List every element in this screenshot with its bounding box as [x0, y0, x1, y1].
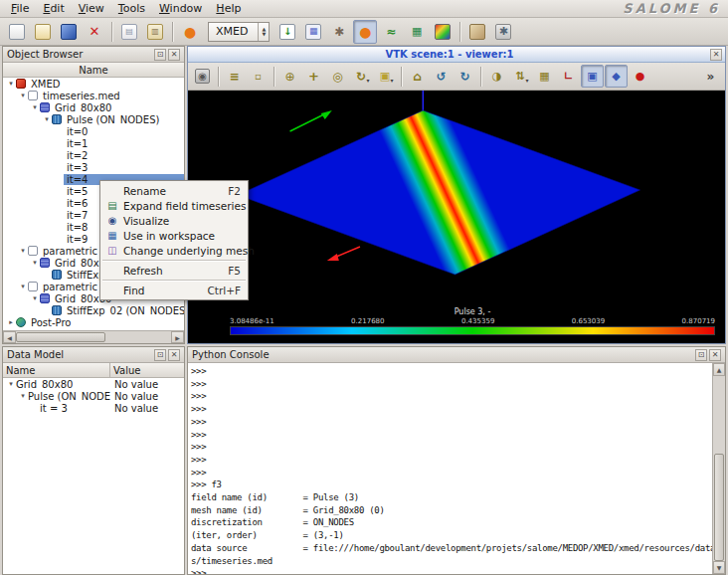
- rotate-cw-button[interactable]: ↻: [454, 65, 476, 88]
- close-viewer-icon[interactable]: ✕: [710, 49, 722, 61]
- tree-item[interactable]: it=1: [3, 137, 184, 149]
- more-button[interactable]: »: [699, 65, 722, 88]
- gear-button[interactable]: ✱: [491, 20, 515, 44]
- tree-item[interactable]: StiffExp_02 (ON_NODES): [3, 304, 184, 316]
- hscroll-track[interactable]: [16, 331, 171, 343]
- vscroll-track[interactable]: [713, 376, 725, 561]
- chevron-down-icon[interactable]: ▾: [525, 77, 528, 87]
- pan-button[interactable]: +: [302, 65, 325, 88]
- menu-view[interactable]: View: [72, 1, 111, 16]
- reset-view-button[interactable]: ⌂: [406, 65, 429, 88]
- python-console-text[interactable]: >>> >>> >>> >>> >>> >>> >>> >>> >>> >>> …: [188, 363, 712, 574]
- scroll-left-icon[interactable]: ◀: [3, 331, 16, 343]
- datatable-button[interactable]: ▦: [405, 20, 429, 44]
- menu-item-visualize[interactable]: ◉Visualize: [100, 213, 248, 228]
- menu-window[interactable]: Window: [152, 1, 209, 16]
- vtk-viewer-titlebar[interactable]: VTK scene:1 - viewer:1 ✕: [188, 47, 725, 63]
- scroll-down-icon[interactable]: ▼: [713, 561, 725, 574]
- tree-toggle-icon[interactable]: ▾: [30, 103, 40, 111]
- presentation-button[interactable]: ◆: [605, 65, 628, 88]
- paste-button[interactable]: ▥: [143, 20, 167, 44]
- tree-toggle-icon[interactable]: ▾: [18, 247, 28, 255]
- tree-toggle-icon[interactable]: ▾: [6, 380, 16, 388]
- tree-item[interactable]: ▾XMED: [3, 78, 184, 90]
- table-row[interactable]: ▾Pulse (ON_NODES)No value: [3, 390, 184, 402]
- save-workspace-button[interactable]: ▦: [301, 20, 325, 44]
- scaling-button[interactable]: ⇅▾: [509, 65, 532, 88]
- copy-button[interactable]: ▤: [117, 20, 141, 44]
- zoom-button[interactable]: ⊕: [278, 65, 301, 88]
- record-button[interactable]: ●: [629, 65, 651, 88]
- tools-button[interactable]: ✱: [327, 20, 351, 44]
- menu-tools[interactable]: Tools: [111, 1, 152, 16]
- chevron-down-icon[interactable]: ▾: [366, 77, 369, 87]
- new-document-button[interactable]: [5, 20, 29, 44]
- menu-item-use-in-workspace[interactable]: ▦Use in workspace: [100, 228, 248, 243]
- chevron-down-icon[interactable]: ▾: [390, 77, 393, 87]
- close-panel-icon[interactable]: ✕: [168, 349, 180, 361]
- menu-edit[interactable]: Edit: [36, 1, 71, 16]
- tree-item[interactable]: ▾timeseries.med: [3, 90, 184, 101]
- interaction-style-button[interactable]: ≡: [223, 65, 246, 88]
- module-select[interactable]: XMED▲▼: [208, 22, 270, 42]
- view-cube-button[interactable]: ▣▾: [374, 65, 397, 88]
- open-document-button[interactable]: [31, 20, 55, 44]
- tree-toggle-icon[interactable]: ▾: [6, 80, 16, 88]
- import-datasource-button[interactable]: ↓: [275, 20, 299, 44]
- table-row[interactable]: it = 3No value: [3, 402, 184, 414]
- python-console-vscrollbar[interactable]: ▲ ▼: [712, 363, 725, 574]
- close-panel-icon[interactable]: ✕: [168, 49, 180, 61]
- menu-item-refresh[interactable]: RefreshF5: [100, 263, 248, 278]
- menu-item-rename[interactable]: RenameF2: [100, 183, 248, 198]
- menu-file[interactable]: File: [4, 1, 36, 16]
- spectrum-button[interactable]: [431, 20, 455, 44]
- column-header-name[interactable]: Name: [3, 363, 110, 377]
- menu-help[interactable]: Help: [209, 1, 248, 16]
- menu-item-find[interactable]: FindCtrl+F: [100, 283, 248, 297]
- tree-toggle-icon[interactable]: ▸: [6, 318, 16, 326]
- vtk-3d-viewport[interactable]: Pulse 3, - 3.08486e-110.2176800.4353590.…: [188, 91, 725, 343]
- tree-item[interactable]: ▸Post-Pro: [3, 316, 184, 328]
- tree-item[interactable]: it=0: [3, 125, 184, 137]
- column-header-value[interactable]: Value: [110, 363, 184, 377]
- spinner-arrows-icon[interactable]: ▲▼: [258, 23, 269, 41]
- tree-item[interactable]: it=3: [3, 161, 184, 173]
- vscroll-thumb[interactable]: [714, 454, 724, 561]
- table-row[interactable]: ▾Grid_80x80No value: [3, 378, 184, 390]
- axes-button[interactable]: ∟: [557, 65, 580, 88]
- object-browser-hscrollbar[interactable]: ◀ ▶: [3, 330, 184, 343]
- save-document-button[interactable]: [57, 20, 81, 44]
- fields-button[interactable]: ≈: [379, 20, 403, 44]
- selection-button[interactable]: ▫: [247, 65, 270, 88]
- rotate-ccw-button[interactable]: ↺: [430, 65, 453, 88]
- float-panel-icon[interactable]: ⊡: [154, 49, 166, 61]
- visibility-button[interactable]: ▣: [581, 65, 604, 88]
- rotation-button[interactable]: ↻▾: [350, 65, 373, 88]
- global-pan-button[interactable]: ◎: [326, 65, 349, 88]
- vtk-3d-scene[interactable]: [188, 91, 725, 343]
- update-rate-button[interactable]: ◑: [485, 65, 508, 88]
- tree-item[interactable]: ▾Pulse (ON_NODES): [3, 113, 184, 125]
- menu-item-expand-field-timeseries[interactable]: ▤Expand field timeseries: [100, 198, 248, 213]
- object-browser-name-header[interactable]: Name: [3, 63, 184, 78]
- tree-toggle-icon[interactable]: ▾: [18, 92, 28, 99]
- tree-toggle-icon[interactable]: ▾: [30, 259, 40, 267]
- dump-view-button[interactable]: ◉: [191, 65, 214, 88]
- box-button[interactable]: [465, 20, 489, 44]
- scroll-up-icon[interactable]: ▲: [713, 363, 725, 376]
- float-panel-icon[interactable]: ⊡: [154, 349, 166, 361]
- tree-toggle-icon[interactable]: ▾: [18, 392, 28, 400]
- graduated-axes-button[interactable]: ▦: [533, 65, 556, 88]
- xmed-module-button[interactable]: ●: [353, 20, 377, 44]
- module-circle-button[interactable]: ●: [178, 20, 202, 44]
- tree-toggle-icon[interactable]: ▾: [18, 283, 28, 290]
- close-document-button[interactable]: ✕: [83, 20, 106, 44]
- tree-toggle-icon[interactable]: ▾: [30, 294, 40, 302]
- float-panel-icon[interactable]: ⊡: [695, 349, 707, 361]
- menu-item-change-underlying-mesh[interactable]: ◫Change underlying mesh: [100, 243, 248, 258]
- hscroll-thumb[interactable]: [16, 332, 105, 342]
- tree-toggle-icon[interactable]: ▾: [42, 115, 52, 123]
- close-panel-icon[interactable]: ✕: [709, 349, 721, 361]
- tree-item[interactable]: ▾Grid_80x80: [3, 101, 184, 113]
- scroll-right-icon[interactable]: ▶: [171, 331, 184, 343]
